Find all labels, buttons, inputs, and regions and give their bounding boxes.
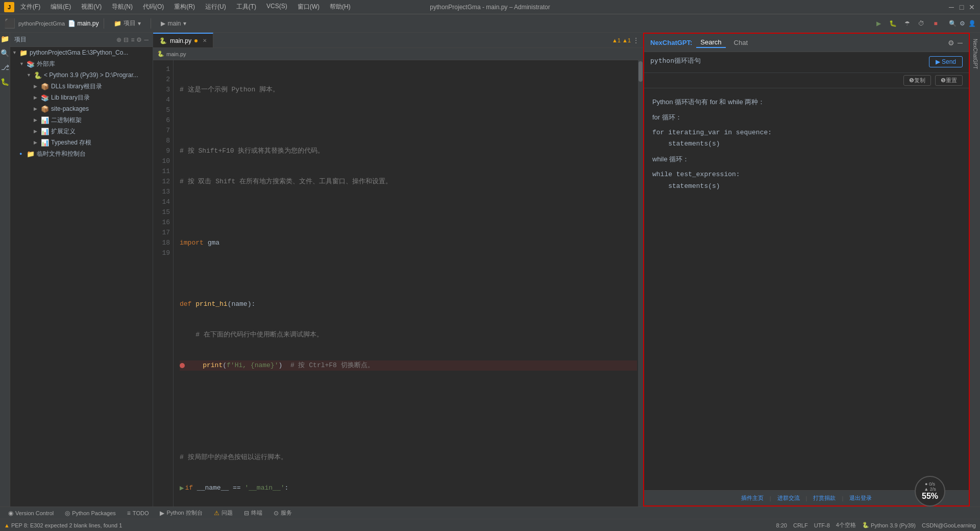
- run-button[interactable]: ▶: [872, 17, 885, 30]
- vcs-icon: ◉: [8, 510, 13, 517]
- csdn-label-item[interactable]: CSDN@GooLearning: [922, 522, 976, 528]
- code-line-3: # 按 Shift+F10 执行或将其替换为您的代码。: [180, 146, 637, 156]
- project-button[interactable]: 📁 项目 ▾: [109, 17, 145, 30]
- menu-help[interactable]: 帮助(H): [328, 2, 353, 12]
- editor-tab-spacer: [213, 33, 608, 47]
- chat-action-bar: ❺复制 ❺重置: [644, 73, 969, 88]
- maximize-button[interactable]: □: [958, 3, 966, 11]
- tree-extension[interactable]: ▶ 📊 扩展定义: [10, 126, 153, 137]
- chat-tab-search[interactable]: Search: [696, 37, 725, 48]
- sidebar-collapse-icon[interactable]: ─: [144, 36, 149, 43]
- line-num-2: 2: [153, 75, 170, 85]
- editor-menu-icon[interactable]: ⋮: [633, 37, 639, 44]
- bottom-tab-terminal[interactable]: ⊟ 终端: [240, 508, 266, 518]
- stop-button[interactable]: ■: [929, 17, 942, 30]
- tree-py-arrow: ▼: [27, 73, 34, 78]
- close-button[interactable]: ✕: [968, 3, 976, 11]
- file-tab-label[interactable]: 📄 main.py: [68, 20, 99, 27]
- tab-icon: 🐍: [159, 37, 167, 44]
- bottom-tab-problems[interactable]: ⚠ 问题: [210, 508, 237, 518]
- bottom-tab-python-console[interactable]: ▶ Python 控制台: [156, 508, 206, 518]
- footer-link-donate[interactable]: 打赏捐款: [813, 494, 836, 502]
- menu-nav[interactable]: 导航(N): [110, 2, 135, 12]
- search-input[interactable]: python循环语句: [650, 56, 925, 68]
- code-line-8: def print_hi(name):: [180, 299, 637, 309]
- chat-settings-icon[interactable]: ⚙: [948, 39, 954, 47]
- menu-refactor[interactable]: 重构(R): [172, 2, 197, 12]
- warning-icon: ▲: [4, 522, 10, 528]
- tree-binary-label: 二进制框架: [51, 116, 82, 125]
- minimize-button[interactable]: ─: [947, 3, 955, 11]
- tree-temp-icon: 📁: [27, 150, 35, 158]
- activity-git-icon[interactable]: ⎇: [1, 63, 9, 71]
- csdn-badge[interactable]: ● 0/s ▲ 2/s 55%: [915, 476, 945, 506]
- search-toolbar-icon[interactable]: 🔍: [949, 20, 957, 27]
- tree-binary[interactable]: ▶ 📊 二进制框架: [10, 114, 153, 126]
- tree-external-lib[interactable]: ▼ 📚 外部库: [10, 58, 153, 69]
- menu-tools[interactable]: 工具(T): [234, 2, 258, 12]
- menu-code[interactable]: 代码(O): [141, 2, 166, 12]
- activity-search-icon[interactable]: 🔍: [1, 49, 9, 57]
- code-container[interactable]: 1 2 3 4 5 6 7 8 9 10 11 12 13 14 15 16 1…: [153, 60, 643, 506]
- send-button[interactable]: ▶ Send: [929, 56, 963, 67]
- chat-for-heading: for 循环：: [652, 112, 961, 123]
- breadcrumb-file[interactable]: main.py: [166, 51, 186, 57]
- indent-item[interactable]: 4个空格: [836, 521, 856, 529]
- line-num-8: 8: [153, 136, 170, 146]
- encoding-item[interactable]: UTF-8: [814, 522, 830, 528]
- menu-view[interactable]: 视图(V): [79, 2, 104, 12]
- chat-minimize-icon[interactable]: ─: [958, 39, 963, 47]
- scrollbar-thumb[interactable]: [639, 61, 643, 82]
- run-config-button[interactable]: ▶ main ▾: [156, 18, 190, 29]
- code-line-10: print(f'Hi, {name}') # 按 Ctrl+F8 切换断点。: [180, 360, 637, 371]
- crlf-item[interactable]: CRLF: [793, 522, 808, 528]
- tree-dlls[interactable]: ▶ 📦 DLLs library根目录: [10, 81, 153, 92]
- editor-tab-main[interactable]: 🐍 main.py ✕: [153, 33, 213, 47]
- tree-lib[interactable]: ▶ 📚 Lib library目录: [10, 92, 153, 103]
- sidebar-settings-icon[interactable]: ⚙: [136, 36, 142, 43]
- sidebar-filter-icon[interactable]: ≡: [131, 36, 134, 43]
- chat-intro: Python 循环语句有 for 和 while 两种：: [652, 96, 961, 108]
- copy-button[interactable]: ❺复制: [903, 75, 931, 86]
- code-content[interactable]: # 这是一个示例 Python 脚本。 # 按 Shift+F10 执行或将其替…: [174, 60, 643, 506]
- interpreter-item[interactable]: 🐍 Python 3.9 (Py39): [862, 522, 916, 528]
- tree-temp[interactable]: ● 📁 临时文件和控制台: [10, 148, 153, 159]
- coverage-button[interactable]: ☂: [901, 17, 913, 30]
- chat-tab-chat[interactable]: Chat: [730, 38, 752, 47]
- sidebar-layout-icon[interactable]: ⊟: [124, 36, 129, 43]
- bottom-tab-services[interactable]: ⊙ 服务: [270, 508, 296, 518]
- project-name-label: pythonProjectGma: [18, 20, 65, 27]
- bottom-tab-python-packages[interactable]: ◎ Python Packages: [61, 509, 120, 518]
- title-bar: J 文件(F) 编辑(E) 视图(V) 导航(N) 代码(O) 重构(R) 运行…: [0, 0, 980, 14]
- menu-vcs[interactable]: VCS(S): [264, 2, 289, 12]
- menu-run[interactable]: 运行(U): [203, 2, 228, 12]
- activity-folder-icon[interactable]: 📁: [1, 35, 9, 43]
- footer-link-logout[interactable]: 退出登录: [849, 494, 872, 502]
- user-icon[interactable]: 👤: [968, 20, 976, 27]
- tree-site-packages[interactable]: ▶ 📦 site-packages: [10, 103, 153, 114]
- line-col-item[interactable]: 8:20: [776, 522, 787, 528]
- reset-button[interactable]: ❺重置: [935, 75, 963, 86]
- nexchatgpt-label[interactable]: NexChatGPT: [972, 35, 978, 73]
- bottom-tab-todo[interactable]: ≡ TODO: [123, 509, 153, 518]
- menu-edit[interactable]: 编辑(E): [48, 2, 73, 12]
- profile-button[interactable]: ⏱: [915, 17, 927, 30]
- tree-root[interactable]: ▼ 📁 pythonProjectGma E:\3Python_Co...: [10, 47, 153, 58]
- bottom-tab-vcs[interactable]: ◉ Version Control: [4, 509, 58, 518]
- tree-typeshed[interactable]: ▶ 📊 Typeshed 存根: [10, 137, 153, 148]
- pep-error-item[interactable]: ▲ PEP 8: E302 expected 2 blank lines, fo…: [4, 522, 122, 528]
- menu-file[interactable]: 文件(F): [18, 2, 42, 12]
- sidebar-add-icon[interactable]: ⊕: [116, 36, 121, 43]
- tree-ext-def-label: 扩展定义: [51, 127, 76, 136]
- tree-python-interp[interactable]: ▼ 🐍 < Python 3.9 (Py39) > D:\Prograr...: [10, 69, 153, 81]
- footer-link-join[interactable]: 进群交流: [777, 494, 800, 502]
- settings-toolbar-icon[interactable]: ⚙: [960, 20, 965, 27]
- debug-button[interactable]: 🐛: [887, 17, 899, 30]
- tab-close-icon[interactable]: ✕: [203, 38, 207, 43]
- footer-link-plugin[interactable]: 插件主页: [741, 494, 764, 502]
- run-arrow: ▶: [180, 483, 184, 493]
- activity-debug-icon[interactable]: 🐛: [1, 78, 9, 86]
- editor-scrollbar[interactable]: [638, 60, 643, 506]
- terminal-icon: ⊟: [244, 510, 249, 517]
- menu-window[interactable]: 窗口(W): [296, 2, 322, 12]
